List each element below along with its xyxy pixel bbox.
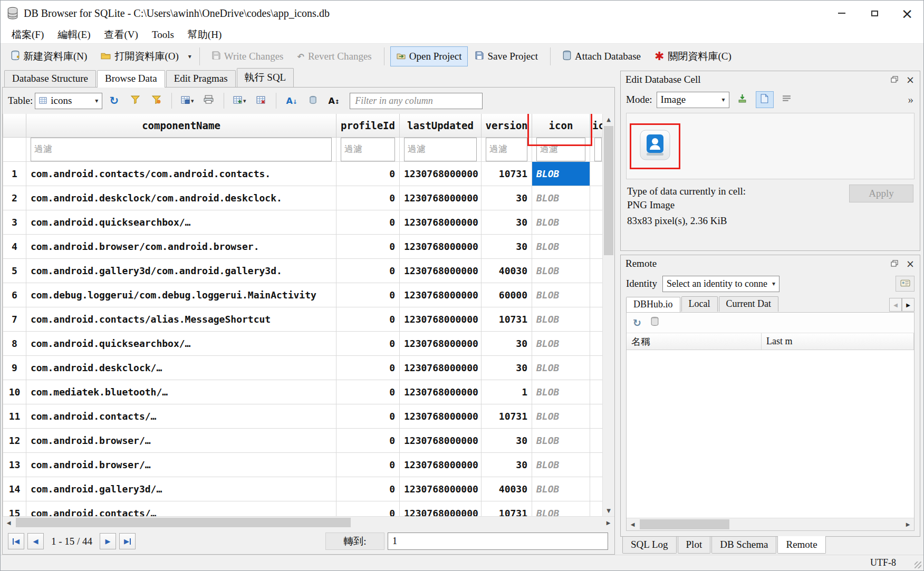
close-button[interactable]: × xyxy=(891,1,923,26)
print-button[interactable] xyxy=(199,92,218,110)
cell-overflow[interactable] xyxy=(590,380,603,404)
write-changes-button[interactable]: Write Changes xyxy=(206,46,290,66)
column-header-icon[interactable]: icon xyxy=(532,114,590,137)
cell-icon[interactable]: BLOB xyxy=(532,404,590,428)
row-number[interactable]: 12 xyxy=(3,428,26,452)
cell-lastupdated[interactable]: 1230768000000 xyxy=(400,331,482,355)
cell-version[interactable]: 10731 xyxy=(482,161,532,186)
corner-header[interactable] xyxy=(3,114,26,137)
tab-local[interactable]: Local xyxy=(681,296,718,312)
tab-edit-pragmas[interactable]: Edit Pragmas xyxy=(166,70,236,87)
cell-version[interactable]: 30 xyxy=(482,234,532,258)
cell-componentname[interactable]: com.android.quicksearchbox/… xyxy=(26,210,336,234)
last-record-button[interactable]: ▶ xyxy=(119,533,136,549)
cell-profileid[interactable]: 0 xyxy=(336,380,400,404)
close-database-button[interactable]: ✱ 關閉資料庫(C) xyxy=(648,45,738,67)
tab-execute-sql[interactable]: 執行 SQL xyxy=(237,68,294,87)
cell-lastupdated[interactable]: 1230768000000 xyxy=(400,234,482,258)
cell-profileid[interactable]: 0 xyxy=(336,210,400,234)
cell-version[interactable]: 30 xyxy=(482,210,532,234)
cell-overflow[interactable] xyxy=(590,355,603,380)
remote-column-last-modified[interactable]: Last m xyxy=(762,333,914,350)
row-number[interactable]: 13 xyxy=(3,452,26,477)
tab-scroll-right-icon[interactable]: ▶ xyxy=(902,298,915,312)
vertical-scrollbar[interactable]: ▲ ▼ xyxy=(602,114,614,516)
toolbar-overflow-icon[interactable]: » xyxy=(908,93,915,107)
cell-overflow[interactable] xyxy=(590,210,603,234)
cell-componentname[interactable]: com.android.deskclock/com.android.deskcl… xyxy=(26,186,336,210)
first-record-button[interactable]: ◀ xyxy=(8,533,24,549)
remote-horizontal-scrollbar[interactable]: ◀ ▶ xyxy=(627,518,914,530)
cell-icon[interactable]: BLOB xyxy=(532,161,590,186)
cell-profileid[interactable]: 0 xyxy=(336,501,400,516)
horizontal-scrollbar-track[interactable] xyxy=(15,517,602,528)
attach-database-button[interactable]: Attach Database xyxy=(556,46,647,67)
cell-componentname[interactable]: com.android.contacts/alias.MessageShortc… xyxy=(26,307,336,331)
cell-componentname[interactable]: com.android.contacts/… xyxy=(26,404,336,428)
cell-profileid[interactable]: 0 xyxy=(336,234,400,258)
row-number[interactable]: 9 xyxy=(3,355,26,380)
menu-file[interactable]: 檔案(F) xyxy=(5,27,51,43)
scroll-left-icon[interactable]: ◀ xyxy=(3,517,15,528)
tab-dbhub[interactable]: DBHub.io xyxy=(626,297,680,312)
text-view-button[interactable] xyxy=(778,91,796,108)
open-project-button[interactable]: Open Project xyxy=(390,46,468,66)
open-database-button[interactable]: 打開資料庫(O) xyxy=(94,45,185,67)
column-header-lastupdated[interactable]: lastUpdated xyxy=(400,114,482,137)
cell-icon[interactable]: BLOB xyxy=(532,428,590,452)
cell-overflow[interactable] xyxy=(590,234,603,258)
cell-profileid[interactable]: 0 xyxy=(336,355,400,380)
cell-lastupdated[interactable]: 1230768000000 xyxy=(400,307,482,331)
identity-selector[interactable]: Select an identity to conne ▾ xyxy=(662,276,779,292)
cell-componentname[interactable]: com.android.browser/com.android.browser. xyxy=(26,234,336,258)
cell-profileid[interactable]: 0 xyxy=(336,186,400,210)
cell-lastupdated[interactable]: 1230768000000 xyxy=(400,404,482,428)
filter-input-version[interactable] xyxy=(486,138,527,161)
row-number[interactable]: 8 xyxy=(3,331,26,355)
scroll-left-icon[interactable]: ◀ xyxy=(627,518,639,530)
cell-componentname[interactable]: com.android.gallery3d/com.android.galler… xyxy=(26,258,336,283)
cell-icon[interactable]: BLOB xyxy=(532,452,590,477)
cell-icon[interactable]: BLOB xyxy=(532,501,590,516)
cell-profileid[interactable]: 0 xyxy=(336,161,400,186)
cell-overflow[interactable] xyxy=(590,331,603,355)
cell-lastupdated[interactable]: 1230768000000 xyxy=(400,501,482,516)
image-view-button[interactable] xyxy=(756,91,774,108)
clear-filter-button[interactable] xyxy=(147,92,166,110)
cell-componentname[interactable]: com.android.gallery3d/… xyxy=(26,477,336,501)
cell-icon[interactable]: BLOB xyxy=(532,331,590,355)
resize-grip[interactable] xyxy=(915,562,921,568)
next-record-button[interactable]: ▶ xyxy=(100,533,116,549)
cell-lastupdated[interactable]: 1230768000000 xyxy=(400,380,482,404)
vertical-scrollbar-thumb[interactable] xyxy=(604,126,613,255)
cell-version[interactable]: 40030 xyxy=(482,258,532,283)
remote-refresh-icon[interactable]: ↻ xyxy=(633,317,641,328)
table-selector[interactable]: icons ▾ xyxy=(35,93,102,109)
filter-input-overflow[interactable] xyxy=(594,138,602,161)
cell-overflow[interactable] xyxy=(590,404,603,428)
scroll-down-icon[interactable]: ▼ xyxy=(603,505,614,516)
row-number[interactable]: 4 xyxy=(3,234,26,258)
open-database-dropdown-icon[interactable]: ▾ xyxy=(186,53,194,60)
cell-lastupdated[interactable]: 1230768000000 xyxy=(400,355,482,380)
cell-lastupdated[interactable]: 1230768000000 xyxy=(400,477,482,501)
filter-button[interactable] xyxy=(126,92,145,110)
dock-tab-plot[interactable]: Plot xyxy=(678,537,711,554)
cell-icon[interactable]: BLOB xyxy=(532,234,590,258)
column-header-overflow[interactable]: ic xyxy=(590,114,603,137)
minimize-button[interactable] xyxy=(825,1,858,26)
apply-button[interactable]: Apply xyxy=(849,185,913,202)
dock-tab-db-schema[interactable]: DB Schema xyxy=(711,537,776,554)
cell-version[interactable]: 10731 xyxy=(482,404,532,428)
cell-componentname[interactable]: com.android.deskclock/… xyxy=(26,355,336,380)
cell-version[interactable]: 30 xyxy=(482,355,532,380)
filter-input-componentname[interactable] xyxy=(31,138,332,161)
filter-input-lastupdated[interactable] xyxy=(404,138,477,161)
row-number[interactable]: 2 xyxy=(3,186,26,210)
cell-version[interactable]: 10731 xyxy=(482,307,532,331)
dock-tab-sql-log[interactable]: SQL Log xyxy=(622,537,677,554)
cell-icon[interactable]: BLOB xyxy=(532,477,590,501)
cell-icon[interactable]: BLOB xyxy=(532,210,590,234)
row-number[interactable]: 7 xyxy=(3,307,26,331)
row-number[interactable]: 11 xyxy=(3,404,26,428)
